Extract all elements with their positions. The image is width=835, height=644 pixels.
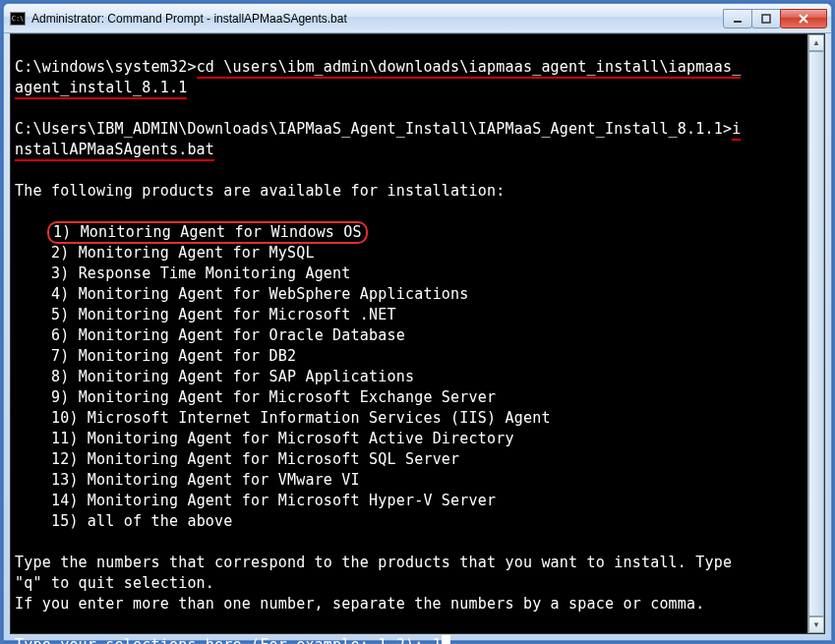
option-12: 12) Monitoring Agent for Microsoft SQL S… [51,450,459,468]
svg-rect-1 [762,15,770,23]
command-prompt-window: C:\ Administrator: Command Prompt - inst… [3,3,832,641]
command-cd-cont: agent_install_8.1.1 [15,79,187,99]
option-3: 3) Response Time Monitoring Agent [51,264,351,282]
minimize-button[interactable] [723,9,752,29]
option-8: 8) Monitoring Agent for SAP Applications [51,368,414,385]
scroll-thumb[interactable] [808,51,824,616]
option-7: 7) Monitoring Agent for DB2 [51,347,296,365]
option-11: 11) Monitoring Agent for Microsoft Activ… [51,430,514,447]
option-13: 13) Monitoring Agent for VMware VI [51,471,360,489]
command-install: i [732,120,741,141]
prompt-path: C:\windows\system32> [15,58,197,76]
selection-input[interactable]: 1 [433,636,442,644]
instruction-text-2: If you enter more than one number, separ… [15,595,705,613]
cursor [442,635,450,644]
scroll-down-button[interactable]: ▼ [808,616,824,633]
instruction-text: Type the numbers that correspond to the … [15,554,732,571]
option-4: 4) Monitoring Agent for WebSphere Applic… [51,285,469,303]
option-9: 9) Monitoring Agent for Microsoft Exchan… [51,388,496,406]
titlebar[interactable]: C:\ Administrator: Command Prompt - inst… [4,4,831,33]
maximize-button[interactable] [751,9,781,29]
selection-prompt: Type your selections here (For example: … [15,636,433,644]
scroll-up-button[interactable]: ▲ [808,34,824,51]
option-1: 1) Monitoring Agent for Windows OS [47,221,368,244]
scrollbar[interactable]: ▲ ▼ [807,34,824,633]
intro-text: The following products are available for… [15,182,505,200]
terminal-area[interactable]: C:\windows\system32>cd \users\ibm_admin\… [10,33,825,634]
option-10: 10) Microsoft Internet Information Servi… [51,409,551,427]
option-15: 15) all of the above [51,512,233,530]
command-install-cont: nstallAPMaaSAgents.bat [15,141,214,161]
prompt-path-2: C:\Users\IBM_ADMIN\Downloads\IAPMaaS_Age… [15,120,732,138]
option-2: 2) Monitoring Agent for MySQL [51,244,315,262]
command-cd: cd \users\ibm_admin\downloads\iapmaas_ag… [197,58,742,79]
instruction-text: "q" to quit selection. [15,574,214,592]
close-button[interactable] [780,9,827,29]
option-14: 14) Monitoring Agent for Microsoft Hyper… [51,492,496,509]
option-6: 6) Monitoring Agent for Oracle Database [51,326,405,344]
option-5: 5) Monitoring Agent for Microsoft .NET [51,306,396,323]
window-title: Administrator: Command Prompt - installA… [31,12,724,26]
app-icon: C:\ [10,12,26,26]
